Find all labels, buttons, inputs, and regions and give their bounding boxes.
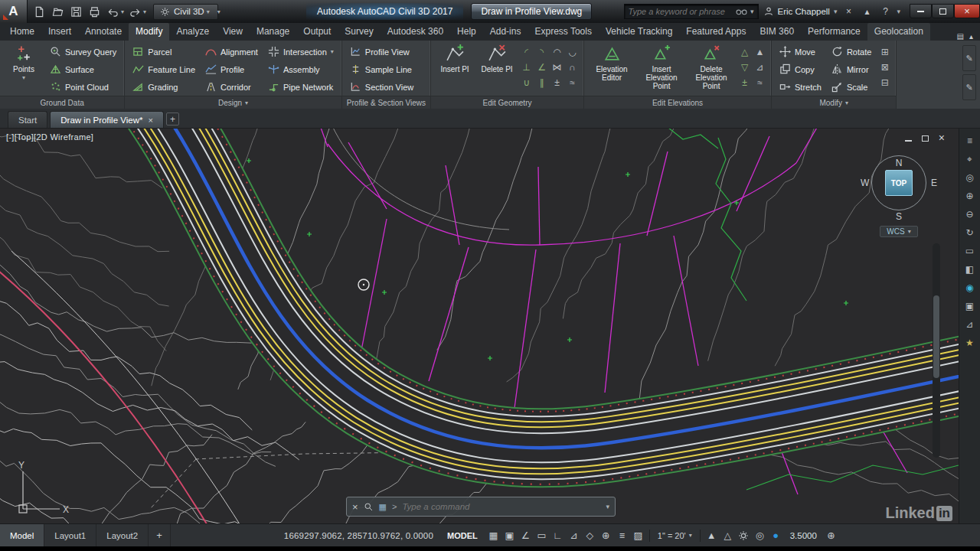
tab-analyze[interactable]: Analyze (169, 23, 216, 41)
doc-minimize-icon[interactable] (905, 140, 912, 142)
ribbon-edge-tool-icon[interactable]: ✎ (962, 45, 976, 71)
exchange-apps-icon[interactable]: × (841, 6, 855, 17)
scrollbar-thumb[interactable] (933, 295, 939, 378)
properties-palette-icon[interactable]: ▣ (963, 300, 977, 311)
delete-pi-button[interactable]: Delete PI (477, 42, 517, 96)
edit-geometry-tool-icon[interactable]: ◠ (550, 44, 564, 59)
viewcube-east[interactable]: E (931, 178, 937, 188)
new-drawing-tab-button[interactable]: + (166, 112, 179, 126)
help-caret-icon[interactable]: ▾ (897, 8, 900, 15)
move-button[interactable]: Move (776, 43, 825, 60)
panel-title-modify[interactable]: Modify▾ (772, 96, 896, 109)
qat-customize-caret-icon[interactable]: ▾ (217, 8, 220, 15)
panel-title-design[interactable]: Design▾ (125, 96, 341, 109)
pipe-network-button[interactable]: Pipe Network (264, 78, 338, 96)
zoom-in-icon[interactable]: ⊕ (963, 190, 977, 201)
copy-button[interactable]: Copy (776, 60, 825, 78)
tab-performance[interactable]: Performance (801, 23, 867, 41)
model-space-drawing[interactable]: Y X (0, 129, 959, 523)
modify-tool-icon[interactable]: ⊠ (877, 60, 892, 74)
tab-insert[interactable]: Insert (41, 23, 78, 41)
points-button[interactable]: Points ▾ (4, 42, 44, 96)
doc-tab-draw-in-profile-view[interactable]: Draw in Profile View* × (50, 111, 164, 128)
edit-geometry-tool-icon[interactable]: ∩ (565, 60, 580, 74)
ribbon-edge-tool-icon[interactable]: ✎ (962, 74, 976, 100)
orbit-icon[interactable]: ↻ (963, 227, 977, 238)
doc-tab-start[interactable]: Start (8, 111, 47, 128)
edit-geometry-tool-icon[interactable]: ± (550, 75, 564, 90)
viewcube[interactable]: N W E S TOP WCS ▾ (861, 144, 937, 237)
layers-palette-icon[interactable]: ◧ (963, 263, 977, 275)
chevron-down-icon[interactable]: ▾ (750, 8, 754, 15)
layout-tab-layout1[interactable]: Layout1 (44, 524, 96, 546)
delete-elevation-point-button[interactable]: Delete Elevation Point (688, 42, 735, 96)
tab-manage[interactable]: Manage (250, 23, 296, 41)
command-input[interactable] (402, 502, 600, 511)
tab-modify[interactable]: Modify (129, 23, 169, 41)
tab-help[interactable]: Help (450, 23, 483, 41)
close-button[interactable]: × (954, 4, 980, 18)
layout-tab-model[interactable]: Model (0, 524, 44, 546)
navigation-wheel-icon[interactable]: ⌖ (963, 153, 977, 165)
undo-caret-icon[interactable]: ▾ (121, 8, 124, 15)
edit-elevations-tool-icon[interactable]: ▲ (753, 44, 767, 59)
infer-constraints-icon[interactable]: ∠ (518, 527, 534, 544)
snap-toggle-icon[interactable]: ▣ (501, 527, 518, 544)
panel-title-ground-data[interactable]: Ground Data (0, 96, 124, 109)
insert-pi-button[interactable]: Insert PI (435, 42, 475, 96)
tab-vehicle-tracking[interactable]: Vehicle Tracking (599, 23, 679, 41)
application-menu-button[interactable]: A (0, 0, 28, 23)
panel-title-edit-geometry[interactable]: Edit Geometry (431, 96, 583, 109)
hardware-acceleration-icon[interactable]: ● (768, 527, 784, 544)
edit-geometry-tool-icon[interactable]: ◝ (534, 44, 549, 59)
edit-elevations-tool-icon[interactable]: ⊿ (753, 60, 767, 74)
save-icon[interactable] (67, 3, 85, 20)
viewcube-north[interactable]: N (896, 158, 903, 168)
binoculars-icon[interactable] (736, 7, 747, 16)
doc-close-icon[interactable]: × (939, 132, 945, 143)
scale-button[interactable]: Scale (828, 78, 875, 96)
tab-survey[interactable]: Survey (338, 23, 380, 41)
transparency-icon[interactable]: ▨ (630, 527, 646, 544)
edit-geometry-tool-icon[interactable]: ◜ (519, 44, 534, 59)
alignment-button[interactable]: Alignment (201, 43, 262, 60)
modify-tool-icon[interactable]: ⊞ (877, 44, 892, 59)
ortho-toggle-icon[interactable]: ∟ (550, 527, 566, 544)
panel-title-edit-elevations[interactable]: Edit Elevations (584, 96, 771, 109)
annotation-monitor-icon[interactable]: ◎ (752, 527, 768, 544)
edit-geometry-tool-icon[interactable]: ≈ (565, 75, 580, 90)
workspace-switcher[interactable]: Civil 3D ▾ (153, 4, 218, 20)
close-icon[interactable]: × (148, 116, 152, 125)
ribbon-panel-toggle-icon[interactable]: ▤ (957, 32, 964, 41)
edit-elevations-tool-icon[interactable]: △ (737, 44, 752, 59)
tab-geolocation[interactable]: Geolocation (867, 23, 930, 41)
sample-line-button[interactable]: Sample Line (346, 60, 417, 78)
customize-icon[interactable]: ▦ (379, 502, 387, 512)
edit-geometry-tool-icon[interactable]: ◡ (565, 44, 580, 59)
elevation-editor-button[interactable]: Elevation Editor (588, 42, 635, 96)
redo-icon[interactable] (126, 3, 144, 20)
annotation-visibility-icon[interactable]: ▲ (704, 527, 720, 544)
new-layout-button[interactable]: + (149, 524, 171, 546)
plot-icon[interactable] (86, 3, 103, 20)
survey-query-button[interactable]: Survey Query (46, 43, 120, 60)
dynamic-input-icon[interactable]: ▭ (534, 527, 550, 544)
point-cloud-button[interactable]: Point Cloud (46, 78, 120, 96)
grid-toggle-icon[interactable]: ▦ (485, 527, 501, 544)
intersection-button[interactable]: Intersection ▾ (264, 43, 338, 60)
parcel-button[interactable]: Parcel (129, 43, 199, 60)
section-view-button[interactable]: Section View (346, 78, 417, 96)
help-search-box[interactable]: ▾ (624, 4, 759, 19)
edit-geometry-tool-icon[interactable]: ⋈ (550, 60, 564, 74)
redo-caret-icon[interactable]: ▾ (143, 8, 146, 15)
grading-button[interactable]: Grading (129, 78, 199, 96)
undo-icon[interactable] (104, 3, 122, 20)
ribbon-collapse-icon[interactable]: ▴ (969, 32, 973, 41)
rotate-button[interactable]: Rotate (828, 43, 875, 60)
search-input[interactable] (629, 7, 733, 16)
sign-in-menu[interactable]: Eric Chappell ▾ (763, 6, 838, 17)
assembly-button[interactable]: Assembly (264, 60, 338, 78)
object-snap-icon[interactable]: ⊕ (598, 527, 614, 544)
workspace-gear-icon[interactable] (736, 527, 752, 544)
edit-geometry-tool-icon[interactable]: ∪ (519, 75, 534, 90)
